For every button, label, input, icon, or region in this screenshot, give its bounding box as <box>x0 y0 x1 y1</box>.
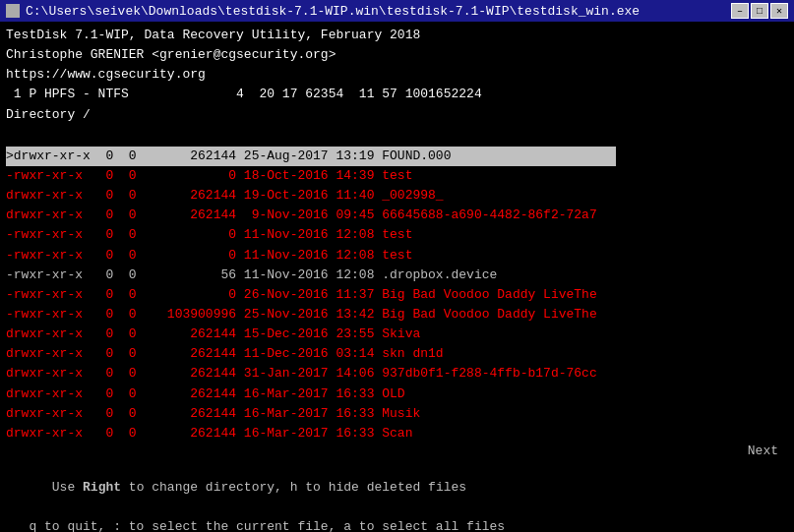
header-line5: Directory / <box>6 105 788 125</box>
footer-line2: q to quit, : to select the current file,… <box>6 517 788 532</box>
app-icon <box>6 4 20 18</box>
header-line4: 1 P HPFS - NTFS 4 20 17 62354 11 57 1001… <box>6 85 788 104</box>
header-line1: TestDisk 7.1-WIP, Data Recovery Utility,… <box>6 26 788 45</box>
window-title: C:\Users\seivek\Downloads\testdisk-7.1-W… <box>26 4 640 19</box>
list-item[interactable]: -rwxr-xr-x 0 0 56 11-Nov-2016 12:08 .dro… <box>6 266 788 285</box>
footer-line1: Use Right to change directory, h to hide… <box>6 458 788 517</box>
minimize-button[interactable]: – <box>731 3 749 19</box>
spacer <box>6 125 788 145</box>
list-item[interactable]: drwxr-xr-x 0 0 262144 16-Mar-2017 16:33 … <box>6 404 788 424</box>
list-item[interactable]: -rwxr-xr-x 0 0 103900996 25-Nov-2016 13:… <box>6 305 788 325</box>
list-item[interactable]: drwxr-xr-x 0 0 262144 16-Mar-2017 16:33 … <box>6 424 788 443</box>
list-item[interactable]: -rwxr-xr-x 0 0 0 18-Oct-2016 14:39 test <box>6 166 788 186</box>
list-item[interactable]: -rwxr-xr-x 0 0 0 11-Nov-2016 12:08 test <box>6 246 788 266</box>
header-line2: Christophe GRENIER <grenier@cgsecurity.o… <box>6 45 788 65</box>
footer: Use Right to change directory, h to hide… <box>6 458 788 532</box>
header-line3: https://www.cgsecurity.org <box>6 65 788 85</box>
list-item[interactable]: drwxr-xr-x 0 0 262144 9-Nov-2016 09:45 6… <box>6 206 788 225</box>
list-item[interactable]: drwxr-xr-x 0 0 262144 15-Dec-2016 23:55 … <box>6 325 788 344</box>
title-bar: C:\Users\seivek\Downloads\testdisk-7.1-W… <box>0 0 794 22</box>
maximize-button[interactable]: □ <box>751 3 768 19</box>
next-label: Next <box>6 443 788 458</box>
list-item[interactable]: >drwxr-xr-x 0 0 262144 25-Aug-2017 13:19… <box>6 147 788 166</box>
list-item[interactable]: -rwxr-xr-x 0 0 0 11-Nov-2016 12:08 test <box>6 225 788 245</box>
file-list: >drwxr-xr-x 0 0 262144 25-Aug-2017 13:19… <box>6 147 788 443</box>
list-item[interactable]: drwxr-xr-x 0 0 262144 16-Mar-2017 16:33 … <box>6 384 788 404</box>
footer-use: Use <box>52 480 83 495</box>
list-item[interactable]: drwxr-xr-x 0 0 262144 31-Jan-2017 14:06 … <box>6 364 788 384</box>
title-bar-buttons: – □ ✕ <box>731 3 788 19</box>
list-item[interactable]: -rwxr-xr-x 0 0 0 26-Nov-2016 11:37 Big B… <box>6 285 788 305</box>
close-button[interactable]: ✕ <box>770 3 788 19</box>
terminal: TestDisk 7.1-WIP, Data Recovery Utility,… <box>0 22 794 532</box>
footer-right-key: Right <box>83 480 121 495</box>
list-item[interactable]: drwxr-xr-x 0 0 262144 11-Dec-2016 03:14 … <box>6 344 788 364</box>
title-bar-left: C:\Users\seivek\Downloads\testdisk-7.1-W… <box>6 4 640 19</box>
list-item[interactable]: drwxr-xr-x 0 0 262144 19-Oct-2016 11:40 … <box>6 186 788 206</box>
footer-line1-post: to change directory, h to hide deleted f… <box>121 480 466 495</box>
